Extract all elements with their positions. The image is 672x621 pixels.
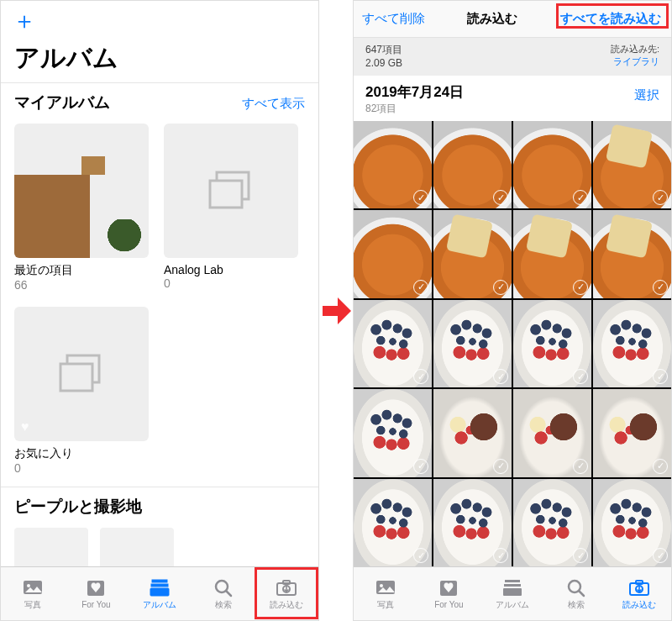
- check-circle-icon: ✓: [413, 190, 428, 205]
- check-circle-icon: ✓: [493, 369, 508, 384]
- my-albums-header: マイアルバム すべて表示: [1, 82, 318, 118]
- svg-rect-8: [151, 584, 168, 587]
- tab-label: 検索: [568, 599, 585, 611]
- album-analog-lab[interactable]: Analog Lab 0: [164, 124, 298, 292]
- photo-cell[interactable]: ✓: [354, 210, 432, 297]
- photo-cell[interactable]: ✓: [513, 479, 591, 566]
- tab-for-you[interactable]: For You: [417, 567, 481, 620]
- album-name: 最近の項目: [14, 263, 149, 278]
- photo-cell[interactable]: ✓: [354, 300, 432, 387]
- photo-cell[interactable]: ✓: [593, 300, 671, 387]
- tab-albums[interactable]: アルバム: [128, 567, 192, 620]
- meta-size: 2.09 GB: [365, 57, 402, 69]
- photo-cell[interactable]: ✓: [433, 210, 512, 297]
- check-circle-icon: ✓: [493, 548, 508, 563]
- import-top-bar: すべて削除 読み込む すべてを読み込む: [354, 1, 671, 38]
- photo-cell[interactable]: ✓: [593, 389, 671, 476]
- album-thumb-favorites: ♥: [14, 307, 149, 441]
- album-recent[interactable]: 最近の項目 66: [14, 124, 149, 292]
- section-count: 82項目: [365, 102, 464, 116]
- check-circle-icon: ✓: [653, 459, 668, 474]
- albums-screen: ＋ アルバム マイアルバム すべて表示 最近の項目 66: [0, 0, 319, 621]
- import-photo-grid: ✓✓✓✓✓✓✓✓✓✓✓✓✓✓✓✓✓✓✓✓: [354, 121, 671, 566]
- tab-photos[interactable]: 写真: [1, 567, 65, 620]
- tab-search[interactable]: 検索: [192, 567, 255, 620]
- photo-cell[interactable]: ✓: [513, 121, 591, 208]
- places-cell[interactable]: [100, 528, 174, 566]
- tab-label: 読み込む: [270, 599, 303, 611]
- svg-rect-3: [60, 364, 92, 391]
- photo-cell[interactable]: ✓: [433, 479, 512, 566]
- svg-rect-19: [504, 584, 521, 587]
- tab-albums[interactable]: アルバム: [480, 567, 544, 620]
- tab-search[interactable]: 検索: [544, 567, 608, 620]
- photo-cell[interactable]: ✓: [593, 210, 671, 297]
- svg-point-5: [27, 584, 30, 587]
- photo-cell[interactable]: ✓: [513, 210, 591, 297]
- tab-bar: 写真 For You アルバム 検索 読み込む: [354, 566, 671, 620]
- photo-cell[interactable]: ✓: [593, 121, 671, 208]
- photo-cell[interactable]: ✓: [354, 389, 432, 476]
- check-circle-icon: ✓: [573, 369, 588, 384]
- check-circle-icon: ✓: [413, 280, 428, 295]
- tab-import[interactable]: 読み込む: [255, 567, 318, 620]
- check-circle-icon: ✓: [573, 459, 588, 474]
- album-count: 66: [14, 278, 149, 292]
- album-count: 0: [14, 461, 149, 475]
- album-thumb-recent: [14, 124, 149, 258]
- tab-label: 写真: [377, 599, 394, 611]
- show-all-link[interactable]: すべて表示: [242, 96, 305, 112]
- check-circle-icon: ✓: [413, 548, 428, 563]
- add-album-button[interactable]: ＋: [13, 9, 36, 33]
- page-title: アルバム: [1, 41, 318, 82]
- check-circle-icon: ✓: [413, 459, 428, 474]
- import-all-button[interactable]: すべてを読み込む: [559, 9, 663, 29]
- tab-label: 検索: [215, 599, 232, 611]
- check-circle-icon: ✓: [573, 548, 588, 563]
- album-name: お気に入り: [14, 446, 149, 461]
- svg-rect-7: [152, 580, 167, 582]
- check-circle-icon: ✓: [653, 548, 668, 563]
- album-favorites[interactable]: ♥ お気に入り 0: [14, 307, 149, 475]
- import-meta: 647項目 2.09 GB 読み込み先: ライブラリ: [354, 38, 671, 76]
- svg-line-11: [226, 591, 231, 596]
- photo-cell[interactable]: ✓: [513, 389, 591, 476]
- photo-stack-icon: [164, 124, 298, 258]
- check-circle-icon: ✓: [653, 280, 668, 295]
- photo-cell[interactable]: ✓: [433, 389, 512, 476]
- delete-all-button[interactable]: すべて削除: [362, 11, 425, 27]
- tab-label: アルバム: [143, 599, 176, 611]
- svg-point-16: [380, 584, 383, 587]
- check-circle-icon: ✓: [653, 190, 668, 205]
- arrow-icon: [323, 294, 351, 328]
- photo-cell[interactable]: ✓: [433, 300, 512, 387]
- album-thumb-empty: [164, 124, 298, 258]
- photo-stack-icon: [14, 307, 149, 441]
- people-cell[interactable]: [14, 528, 88, 566]
- people-places-row: [1, 523, 318, 566]
- photo-cell[interactable]: ✓: [433, 121, 512, 208]
- svg-rect-20: [503, 588, 522, 596]
- tab-label: For You: [81, 600, 110, 609]
- album-name: Analog Lab: [164, 263, 298, 276]
- meta-item-count: 647項目: [365, 43, 402, 57]
- my-albums-heading: マイアルバム: [14, 92, 110, 113]
- people-places-header: ピープルと撮影地: [1, 487, 318, 523]
- select-button[interactable]: 選択: [634, 87, 659, 103]
- photo-cell[interactable]: ✓: [593, 479, 671, 566]
- check-circle-icon: ✓: [573, 280, 588, 295]
- tab-photos[interactable]: 写真: [354, 567, 417, 620]
- photo-cell[interactable]: ✓: [354, 479, 432, 566]
- tab-for-you[interactable]: For You: [65, 567, 129, 620]
- photo-cell[interactable]: ✓: [354, 121, 432, 208]
- tab-bar: 写真 For You アルバム 検索 読み込む: [1, 566, 318, 620]
- check-circle-icon: ✓: [653, 369, 668, 384]
- photo-cell[interactable]: ✓: [513, 300, 591, 387]
- tab-import[interactable]: 読み込む: [607, 567, 671, 620]
- tab-label: 読み込む: [622, 599, 656, 611]
- svg-rect-18: [505, 580, 520, 582]
- tab-label: アルバム: [496, 599, 529, 611]
- svg-line-22: [579, 591, 584, 596]
- meta-dest-value[interactable]: ライブラリ: [611, 55, 659, 68]
- meta-dest-label: 読み込み先:: [611, 43, 659, 55]
